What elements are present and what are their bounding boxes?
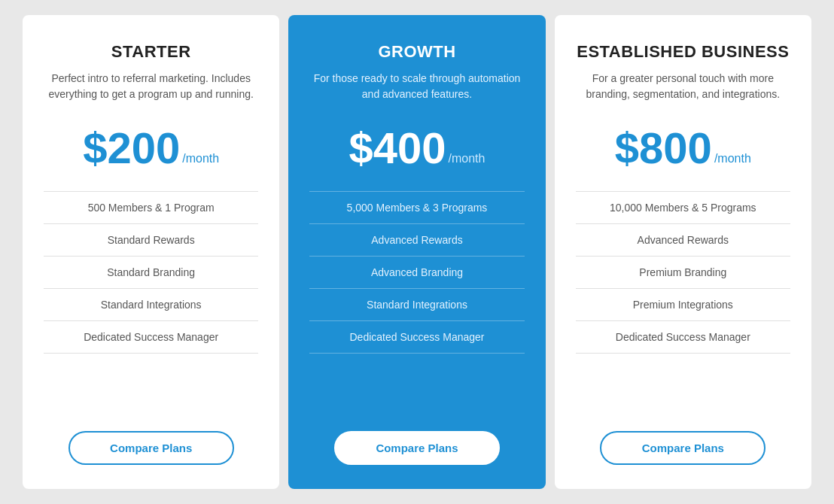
price-amount-established: $800 (615, 126, 712, 170)
plan-price-starter: $200/month (83, 126, 219, 170)
list-item: Standard Rewards (44, 224, 258, 257)
plan-price-established: $800/month (615, 126, 751, 170)
features-list-established: 10,000 Members & 5 ProgramsAdvanced Rewa… (576, 191, 790, 407)
plan-description-established: For a greater personal touch with more b… (576, 71, 790, 111)
plan-title-established: ESTABLISHED BUSINESS (577, 42, 789, 62)
plan-title-growth: GROWTH (378, 42, 455, 62)
compare-plans-button-established[interactable]: Compare Plans (600, 431, 766, 465)
features-list-growth: 5,000 Members & 3 ProgramsAdvanced Rewar… (309, 191, 524, 407)
plan-card-established: ESTABLISHED BUSINESSFor a greater person… (555, 15, 811, 489)
plan-description-starter: Perfect intro to referral marketing. Inc… (44, 71, 258, 111)
list-item: Standard Branding (44, 257, 258, 289)
price-period-established: /month (714, 152, 751, 165)
list-item: Advanced Rewards (309, 224, 524, 257)
price-amount-starter: $200 (83, 126, 180, 170)
price-period-growth: /month (449, 152, 485, 165)
list-item: 10,000 Members & 5 Programs (576, 191, 790, 224)
list-item: 5,000 Members & 3 Programs (309, 191, 524, 224)
list-item: Advanced Rewards (576, 224, 790, 257)
price-period-starter: /month (182, 152, 219, 165)
plan-card-growth: GROWTHFor those ready to scale through a… (288, 15, 545, 489)
list-item: 500 Members & 1 Program (44, 191, 258, 224)
compare-plans-button-starter[interactable]: Compare Plans (68, 431, 234, 465)
list-item: Premium Integrations (576, 289, 790, 321)
plan-price-growth: $400/month (349, 126, 485, 170)
list-item: Standard Integrations (309, 289, 524, 321)
plan-title-starter: STARTER (111, 42, 191, 62)
list-item: Standard Integrations (44, 289, 258, 321)
list-item: Premium Branding (576, 257, 790, 289)
plan-card-starter: STARTERPerfect intro to referral marketi… (23, 15, 279, 489)
list-item: Dedicated Success Manager (576, 321, 790, 354)
list-item: Dedicated Success Manager (44, 321, 258, 354)
features-list-starter: 500 Members & 1 ProgramStandard RewardsS… (44, 191, 258, 407)
pricing-container: STARTERPerfect intro to referral marketi… (18, 15, 816, 489)
list-item: Dedicated Success Manager (309, 321, 524, 354)
price-amount-growth: $400 (349, 126, 446, 170)
compare-plans-button-growth[interactable]: Compare Plans (334, 431, 500, 465)
list-item: Advanced Branding (309, 257, 524, 289)
plan-description-growth: For those ready to scale through automat… (309, 71, 524, 111)
